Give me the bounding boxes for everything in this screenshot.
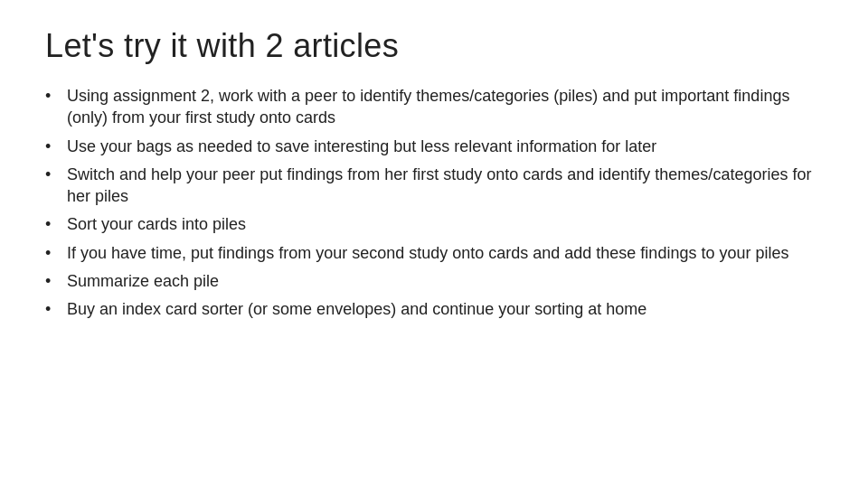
- bullet-icon: •: [45, 213, 63, 235]
- bullet-text: Switch and help your peer put findings f…: [67, 164, 823, 208]
- list-item: •If you have time, put findings from you…: [45, 242, 823, 264]
- bullet-icon: •: [45, 164, 63, 185]
- list-item: •Using assignment 2, work with a peer to…: [45, 85, 823, 129]
- list-item: •Sort your cards into piles: [45, 213, 823, 235]
- list-item: •Switch and help your peer put findings …: [45, 164, 823, 208]
- bullet-icon: •: [45, 298, 63, 320]
- list-item: •Summarize each pile: [45, 270, 823, 292]
- list-item: •Use your bags as needed to save interes…: [45, 136, 823, 157]
- bullet-icon: •: [45, 85, 63, 107]
- bullet-text: If you have time, put findings from your…: [67, 242, 823, 264]
- bullet-icon: •: [45, 136, 63, 157]
- slide: Let's try it with 2 articles •Using assi…: [0, 0, 868, 488]
- slide-title: Let's try it with 2 articles: [45, 27, 823, 65]
- bullet-text: Use your bags as needed to save interest…: [67, 136, 823, 157]
- bullet-text: Using assignment 2, work with a peer to …: [67, 85, 823, 129]
- bullet-text: Sort your cards into piles: [67, 213, 823, 235]
- bullet-text: Buy an index card sorter (or some envelo…: [67, 298, 823, 320]
- bullet-icon: •: [45, 242, 63, 264]
- list-item: •Buy an index card sorter (or some envel…: [45, 298, 823, 320]
- bullet-list: •Using assignment 2, work with a peer to…: [45, 85, 823, 327]
- bullet-icon: •: [45, 270, 63, 292]
- bullet-text: Summarize each pile: [67, 270, 823, 292]
